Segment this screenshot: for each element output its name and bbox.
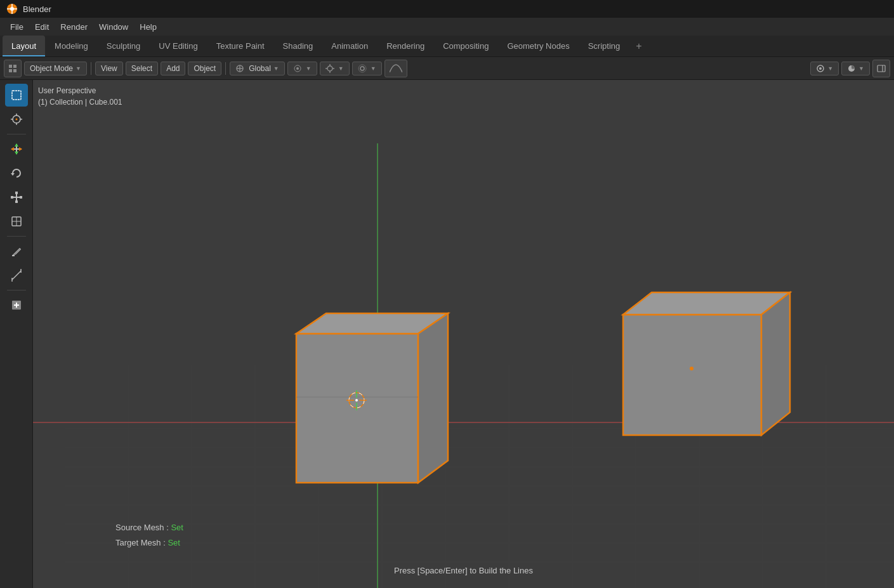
svg-point-31 [15, 119, 17, 121]
svg-marker-34 [15, 143, 18, 147]
svg-marker-80 [418, 313, 448, 483]
svg-marker-35 [15, 152, 18, 155]
svg-rect-41 [20, 196, 22, 199]
tab-sculpting[interactable]: Sculpting [98, 36, 149, 56]
falloff-button[interactable] [385, 60, 407, 77]
menu-render[interactable]: Render [55, 21, 93, 33]
svg-marker-38 [11, 173, 15, 176]
move-tool[interactable] [5, 138, 28, 160]
svg-point-18 [360, 67, 364, 70]
workspace-tabs: Layout Modeling Sculpting UV Editing Tex… [0, 36, 894, 57]
svg-point-11 [296, 67, 299, 70]
menu-window[interactable]: Window [94, 21, 133, 33]
tab-uv-editing[interactable]: UV Editing [150, 36, 206, 56]
scale-tool[interactable] [5, 186, 28, 209]
svg-rect-44 [15, 200, 18, 203]
svg-rect-4 [9, 65, 12, 68]
object-mode-chevron: ▼ [76, 65, 81, 72]
transform-tool[interactable] [5, 210, 28, 233]
transform-orientation-dropdown[interactable]: Global ▼ [230, 62, 285, 75]
tool-separator-1 [7, 134, 26, 134]
viewport[interactable]: User Perspective (1) Collection | Cube.0… [33, 80, 894, 588]
app-title: Blender [23, 4, 51, 14]
svg-point-93 [355, 399, 358, 402]
add-workspace-button[interactable]: + [629, 36, 648, 56]
cursor-tool[interactable] [5, 108, 28, 131]
title-bar: Blender [0, 0, 894, 18]
svg-point-19 [358, 65, 366, 72]
svg-marker-83 [623, 315, 761, 435]
add-menu[interactable]: Add [161, 62, 185, 75]
tab-shading[interactable]: Shading [274, 36, 322, 56]
left-toolbar [0, 80, 33, 588]
tab-animation[interactable]: Animation [322, 36, 377, 56]
select-menu[interactable]: Select [126, 62, 158, 75]
object-menu[interactable]: Object [188, 62, 221, 75]
tab-compositing[interactable]: Compositing [434, 36, 497, 56]
tab-rendering[interactable]: Rendering [378, 36, 433, 56]
add-object-tool[interactable] [5, 294, 28, 317]
svg-point-86 [690, 367, 694, 370]
svg-rect-5 [13, 65, 16, 68]
proportional-edit-toggle[interactable]: ▼ [352, 62, 382, 75]
svg-point-21 [819, 67, 822, 70]
menu-edit[interactable]: Edit [30, 21, 54, 33]
grid-canvas [33, 80, 894, 588]
measure-tool[interactable] [5, 264, 28, 287]
tool-separator-3 [7, 290, 26, 291]
sidebar-toggle-button[interactable] [872, 60, 890, 77]
tab-texture-paint[interactable]: Texture Paint [207, 36, 273, 56]
svg-point-13 [327, 66, 332, 71]
svg-rect-23 [878, 65, 885, 72]
main-area: User Perspective (1) Collection | Cube.0… [0, 80, 894, 588]
tab-layout[interactable]: Layout [3, 36, 45, 56]
menu-bar: File Edit Render Window Help [0, 18, 894, 36]
tab-geometry-nodes[interactable]: Geometry Nodes [498, 36, 578, 56]
svg-marker-37 [19, 147, 22, 151]
separator-2 [225, 62, 226, 75]
tool-separator-2 [7, 236, 26, 237]
separator-1 [91, 62, 91, 75]
object-mode-label: Object Mode [30, 64, 73, 73]
annotate-tool[interactable] [5, 240, 28, 263]
pivot-point-dropdown[interactable]: ▼ [287, 62, 317, 75]
svg-line-49 [12, 271, 21, 280]
svg-marker-85 [761, 292, 790, 435]
svg-rect-25 [12, 91, 21, 100]
transform-orientation-label: Global [249, 64, 271, 73]
svg-rect-43 [15, 192, 18, 194]
tab-scripting[interactable]: Scripting [579, 36, 629, 56]
editor-type-button[interactable] [4, 60, 22, 77]
svg-rect-40 [11, 196, 13, 199]
svg-rect-6 [9, 69, 12, 72]
blender-logo-icon [6, 3, 18, 15]
menu-help[interactable]: Help [135, 21, 162, 33]
svg-marker-36 [11, 147, 14, 151]
toolbar-right-group: ▼ ▼ [810, 60, 890, 77]
rotate-tool[interactable] [5, 162, 28, 185]
select-box-tool[interactable] [5, 84, 28, 107]
object-mode-dropdown[interactable]: Object Mode ▼ [24, 62, 87, 75]
tab-modeling[interactable]: Modeling [46, 36, 97, 56]
snap-toggle[interactable]: ▼ [320, 62, 350, 75]
menu-file[interactable]: File [5, 21, 29, 33]
svg-rect-7 [13, 69, 16, 72]
viewport-overlays-button[interactable]: ▼ [810, 62, 839, 75]
view-menu[interactable]: View [95, 62, 123, 75]
shading-mode-button[interactable]: ▼ [841, 62, 870, 75]
viewport-toolbar: Object Mode ▼ View Select Add Object Glo… [0, 57, 894, 80]
